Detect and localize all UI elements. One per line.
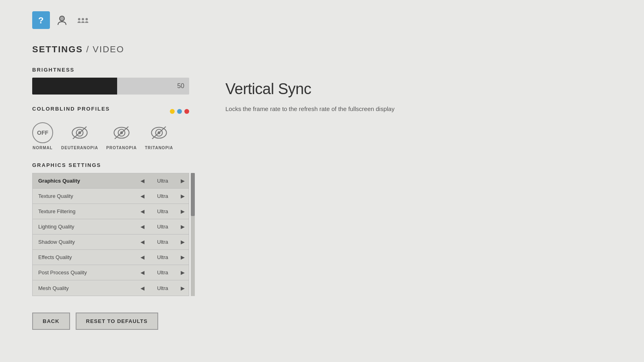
protanopia-label: PROTANOPIA	[106, 146, 137, 150]
graphics-quality-label: Graphics Quality	[33, 178, 136, 184]
lighting-quality-arrow-left[interactable]: ◀	[136, 219, 149, 234]
right-panel: Vertical Sync Locks the frame rate to th…	[225, 80, 427, 114]
post-process-quality-label: Post Process Quality	[33, 269, 136, 276]
colorblind-dots	[170, 109, 189, 114]
brightness-label: BRIGHTNESS	[32, 67, 233, 73]
off-text: OFF	[37, 130, 48, 136]
row-effects-quality[interactable]: Effects Quality ◀ Ultra ▶	[33, 250, 189, 265]
texture-filtering-label: Texture Filtering	[33, 208, 136, 214]
normal-off-icon: OFF	[32, 122, 53, 143]
texture-quality-label: Texture Quality	[33, 193, 136, 199]
brightness-value: 50	[177, 82, 184, 90]
svg-point-3	[82, 18, 84, 21]
effects-quality-value: Ultra	[149, 254, 177, 260]
post-process-quality-arrow-left[interactable]: ◀	[136, 265, 149, 280]
protanopia-icon	[111, 122, 132, 143]
dot-yellow	[170, 109, 175, 114]
row-lighting-quality[interactable]: Lighting Quality ◀ Ultra ▶	[33, 219, 189, 234]
shadow-quality-arrow-left[interactable]: ◀	[136, 234, 149, 249]
mesh-quality-arrow-right[interactable]: ▶	[177, 280, 189, 296]
shadow-quality-arrow-right[interactable]: ▶	[177, 234, 189, 249]
row-shadow-quality[interactable]: Shadow Quality ◀ Ultra ▶	[33, 234, 189, 250]
graphics-label: GRAPHICS SETTINGS	[32, 162, 233, 168]
row-texture-filtering[interactable]: Texture Filtering ◀ Ultra ▶	[33, 204, 189, 219]
brightness-section: BRIGHTNESS 50	[32, 67, 233, 95]
back-button[interactable]: BACK	[32, 313, 70, 330]
dot-blue	[177, 109, 182, 114]
lighting-quality-label: Lighting Quality	[33, 224, 136, 230]
colorblind-section: COLORBLIND PROFILES OFF NORMAL	[32, 106, 233, 150]
lighting-quality-value: Ultra	[149, 224, 177, 230]
effects-quality-label: Effects Quality	[33, 254, 136, 260]
row-graphics-quality[interactable]: Graphics Quality ◀ Ultra ▶	[33, 173, 189, 189]
graphics-quality-value: Ultra	[149, 178, 177, 184]
lighting-quality-arrow-right[interactable]: ▶	[177, 219, 189, 234]
settings-label: SETTINGS	[32, 44, 83, 54]
mesh-quality-label: Mesh Quality	[33, 285, 136, 291]
deuteranopia-icon	[69, 122, 90, 143]
scrollbar-thumb[interactable]	[191, 173, 195, 216]
effects-quality-arrow-left[interactable]: ◀	[136, 250, 149, 265]
svg-point-2	[78, 18, 80, 21]
colorblind-label: COLORBLIND PROFILES	[32, 106, 110, 112]
texture-quality-arrow-left[interactable]: ◀	[136, 189, 149, 204]
colorblind-profiles: OFF NORMAL DEUTERANOPIA	[32, 122, 233, 150]
svg-text:?: ?	[38, 15, 43, 25]
group-nav-icon[interactable]	[74, 11, 92, 29]
tooltip-description: Locks the frame rate to the refresh rate…	[225, 104, 427, 114]
main-content: SETTINGS / VIDEO BRIGHTNESS 50 COLORBLIN…	[32, 44, 233, 304]
texture-filtering-arrow-left[interactable]: ◀	[136, 204, 149, 219]
tritanopia-label: TRITANOPIA	[145, 146, 173, 150]
shadow-quality-label: Shadow Quality	[33, 239, 136, 245]
dot-red	[184, 109, 189, 114]
normal-label: NORMAL	[33, 146, 53, 150]
graphics-section: GRAPHICS SETTINGS Graphics Quality ◀ Ult…	[32, 162, 233, 296]
profile-tritanopia[interactable]: TRITANOPIA	[145, 122, 173, 150]
profile-normal[interactable]: OFF NORMAL	[32, 122, 53, 150]
deuteranopia-label: DEUTERANOPIA	[61, 146, 98, 150]
row-texture-quality[interactable]: Texture Quality ◀ Ultra ▶	[33, 189, 189, 204]
texture-filtering-arrow-right[interactable]: ▶	[177, 204, 189, 219]
texture-quality-arrow-right[interactable]: ▶	[177, 189, 189, 204]
row-post-process-quality[interactable]: Post Process Quality ◀ Ultra ▶	[33, 265, 189, 280]
mesh-quality-arrow-left[interactable]: ◀	[136, 280, 149, 296]
profile-deuteranopia[interactable]: DEUTERANOPIA	[61, 122, 98, 150]
page-title: SETTINGS / VIDEO	[32, 44, 233, 55]
post-process-quality-arrow-right[interactable]: ▶	[177, 265, 189, 280]
profile-protanopia[interactable]: PROTANOPIA	[106, 122, 137, 150]
reset-button[interactable]: RESET TO DEFAULTS	[76, 313, 158, 330]
texture-quality-value: Ultra	[149, 193, 177, 199]
bottom-buttons: BACK RESET TO DEFAULTS	[32, 313, 158, 330]
mesh-quality-value: Ultra	[149, 285, 177, 291]
profile-nav-icon[interactable]	[53, 11, 71, 29]
section-label: VIDEO	[93, 44, 124, 54]
svg-point-4	[85, 18, 88, 21]
texture-filtering-value: Ultra	[149, 208, 177, 214]
graphics-quality-arrow-left[interactable]: ◀	[136, 173, 149, 188]
row-mesh-quality[interactable]: Mesh Quality ◀ Ultra ▶	[33, 280, 189, 296]
effects-quality-arrow-right[interactable]: ▶	[177, 250, 189, 265]
brightness-slider[interactable]: 50	[32, 78, 189, 95]
svg-point-1	[60, 16, 64, 21]
colorblind-header: COLORBLIND PROFILES	[32, 106, 189, 117]
help-nav-icon[interactable]: ?	[32, 11, 50, 29]
top-nav: ?	[32, 11, 92, 29]
settings-table: Graphics Quality ◀ Ultra ▶ Texture Quali…	[32, 173, 189, 296]
graphics-quality-arrow-right[interactable]: ▶	[177, 173, 189, 188]
shadow-quality-value: Ultra	[149, 239, 177, 245]
title-separator: /	[83, 44, 93, 54]
brightness-fill	[32, 78, 117, 95]
tritanopia-icon	[149, 122, 169, 143]
tooltip-title: Vertical Sync	[225, 80, 427, 98]
post-process-quality-value: Ultra	[149, 269, 177, 276]
